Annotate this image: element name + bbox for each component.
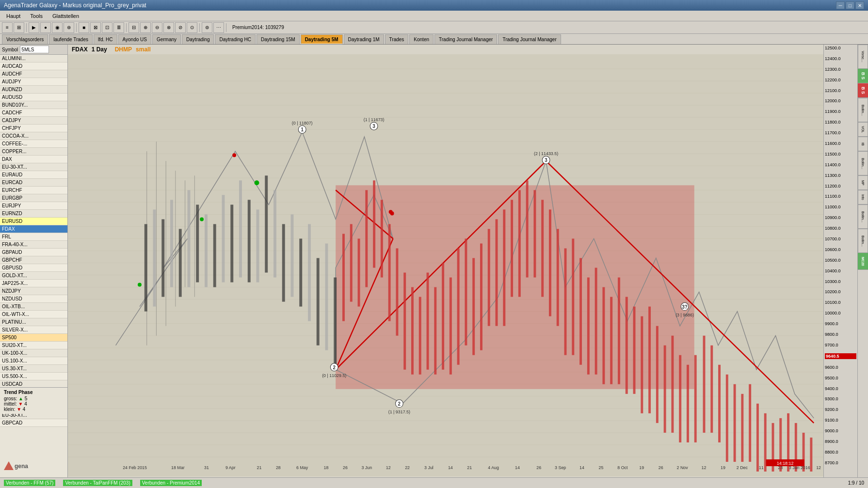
list-item[interactable]: SUI20-XT... <box>0 342 67 349</box>
minimize-button[interactable]: ─ <box>836 1 845 9</box>
right-panel-btn-boll2[interactable]: Bollin... <box>858 151 868 175</box>
right-panel-btn-bs-green[interactable]: B S <box>858 69 868 83</box>
tab-laufende-trades[interactable]: laufende Trades <box>49 34 93 44</box>
right-panel-btn-mc20[interactable]: MC20 <box>858 253 868 270</box>
list-item[interactable]: EURGBP <box>0 194 67 202</box>
list-item[interactable]: US.30-XT... <box>0 365 67 373</box>
toolbar-btn-4[interactable]: ● <box>40 22 51 33</box>
toolbar-btn-14[interactable]: ⊗ <box>163 22 174 33</box>
list-item[interactable]: EURCHF <box>0 187 67 194</box>
tab-trading-journal-1[interactable]: Trading Journal Manager <box>434 34 497 44</box>
list-item-fdax[interactable]: FDAX <box>0 225 67 233</box>
list-item[interactable]: JAP225-X... <box>0 280 67 287</box>
toolbar-btn-10[interactable]: ≣ <box>113 22 124 33</box>
list-item[interactable]: UK-100-X... <box>0 349 67 357</box>
list-item[interactable]: US.100-X... <box>0 357 67 365</box>
list-item[interactable]: GBPCAD <box>0 419 67 427</box>
right-panel-btn-boll3[interactable]: Bollin... <box>858 205 868 229</box>
list-item[interactable]: CHFJPY <box>0 125 67 132</box>
list-item[interactable]: BUND10Y... <box>0 101 67 109</box>
toolbar-btn-9[interactable]: ⊡ <box>102 22 113 33</box>
list-item[interactable]: AUDCAD <box>0 63 67 70</box>
tab-konten[interactable]: Konten <box>409 34 434 44</box>
right-panel-btn-boll4[interactable]: Bollin... <box>858 229 868 253</box>
list-item[interactable]: EURNZD <box>0 210 67 218</box>
list-item[interactable]: EURAUD <box>0 171 67 179</box>
right-panel-btn-vol[interactable]: VOL <box>858 122 868 137</box>
toolbar-btn-1[interactable]: ≡ <box>2 22 13 33</box>
toolbar-btn-2[interactable]: ⊞ <box>14 22 24 33</box>
menu-glattstellen[interactable]: Glattstellen <box>48 12 83 20</box>
tab-trades[interactable]: Trades <box>385 34 409 44</box>
right-panel-btn-boll1[interactable]: Bollin... <box>858 98 868 122</box>
toolbar-btn-15[interactable]: ⊘ <box>175 22 186 33</box>
svg-rect-103 <box>587 278 590 375</box>
menu-haupt[interactable]: Haupt <box>2 12 25 20</box>
toolbar-btn-17[interactable]: ⊚ <box>202 22 212 33</box>
tab-trading-journal-2[interactable]: Trading Journal Manager <box>498 34 561 44</box>
list-item[interactable]: COFFEE-... <box>0 140 67 148</box>
right-panel-btn-info[interactable]: Info <box>858 190 868 205</box>
tab-daytrading-hc[interactable]: Daytrading HC <box>215 34 256 44</box>
list-item[interactable]: AUDJPY <box>0 78 67 86</box>
list-item[interactable]: SILVER-X... <box>0 326 67 334</box>
tab-daytrading-5m[interactable]: Daytrading 5M <box>301 34 343 44</box>
list-item[interactable]: CADCHF <box>0 109 67 117</box>
list-item[interactable]: OIL-WTI-X... <box>0 311 67 318</box>
list-item[interactable]: EURCAD <box>0 179 67 187</box>
tab-daytrading-1m[interactable]: Daytrading 1M <box>344 34 384 44</box>
chart-area[interactable]: FDAX 1 Day DHMP small <box>68 45 823 477</box>
right-panel-btn-ib[interactable]: IB <box>858 137 868 151</box>
list-item[interactable]: EURJPY <box>0 202 67 210</box>
tab-daytrading[interactable]: Daytrading <box>182 34 214 44</box>
right-panel-btn-bs-red[interactable]: B S <box>858 83 868 98</box>
list-item[interactable]: PLATINU... <box>0 318 67 326</box>
list-item[interactable]: AUDNZD <box>0 86 67 94</box>
list-item[interactable]: GBPAUD <box>0 249 67 256</box>
list-item[interactable]: GBPCHF <box>0 256 67 264</box>
list-item[interactable]: ALUMINI... <box>0 55 67 63</box>
chart-svg[interactable]: 1 (0 | 11807) 3 (1 | 11673) 2 (0 | 11029… <box>68 54 823 476</box>
titlebar-controls: ─ □ ✕ <box>836 1 864 9</box>
tab-germany[interactable]: Germany <box>152 34 181 44</box>
list-item[interactable]: AUDCHF <box>0 70 67 78</box>
list-item[interactable]: GOLD-XT... <box>0 272 67 280</box>
maximize-button[interactable]: □ <box>846 1 854 9</box>
toolbar-btn-6[interactable]: ⊛ <box>64 22 74 33</box>
tab-vorschlagsorders[interactable]: Vorschlagsorders <box>2 34 48 44</box>
toolbar-btn-16[interactable]: ⊙ <box>187 22 197 33</box>
list-item[interactable]: FRA-40-X... <box>0 241 67 249</box>
list-item[interactable]: DAX <box>0 156 67 163</box>
toolbar-btn-7[interactable]: ■ <box>79 22 89 33</box>
list-item[interactable]: EU-30-XT... <box>0 163 67 171</box>
list-item[interactable]: NZDUSD <box>0 295 67 303</box>
toolbar-btn-13[interactable]: ⊖ <box>152 22 162 33</box>
toolbar-btn-5[interactable]: ◉ <box>52 22 63 33</box>
toolbar-btn-3[interactable]: ▶ <box>29 22 39 33</box>
list-item[interactable]: FRL <box>0 233 67 241</box>
tab-ayondo-us[interactable]: Ayondo US <box>118 34 151 44</box>
symbol-filter-input[interactable] <box>20 46 49 53</box>
menu-tools[interactable]: Tools <box>26 12 47 20</box>
list-item-eurusd[interactable]: EURUSD <box>0 218 67 225</box>
tab-lfd-hc[interactable]: lfd. HC <box>94 34 117 44</box>
list-item[interactable]: CADJPY <box>0 117 67 125</box>
price-level: 10800.0 <box>825 226 856 231</box>
right-panel-btn-mp[interactable]: MP <box>858 175 868 190</box>
toolbar-btn-18[interactable]: ⋯ <box>213 22 224 33</box>
list-item[interactable]: COPPER... <box>0 148 67 156</box>
list-item[interactable]: OIL-XTB... <box>0 303 67 311</box>
list-item[interactable]: GBPUSD <box>0 264 67 272</box>
list-item[interactable]: COCOA-X... <box>0 132 67 140</box>
toolbar-btn-11[interactable]: ⊟ <box>129 22 139 33</box>
svg-text:4 Aug: 4 Aug <box>488 465 499 470</box>
list-item[interactable]: US.500-X... <box>0 373 67 380</box>
right-panel-btn-vorsc[interactable]: Vorsc... <box>858 45 868 69</box>
tab-daytrading-15m[interactable]: Daytrading 15M <box>257 34 300 44</box>
toolbar-btn-12[interactable]: ⊕ <box>140 22 151 33</box>
list-item[interactable]: AUDUSD <box>0 94 67 101</box>
close-button[interactable]: ✕ <box>855 1 864 9</box>
list-item-sp500[interactable]: SP500 <box>0 334 67 342</box>
list-item[interactable]: NZDJPY <box>0 287 67 295</box>
toolbar-btn-8[interactable]: ⊠ <box>90 22 101 33</box>
